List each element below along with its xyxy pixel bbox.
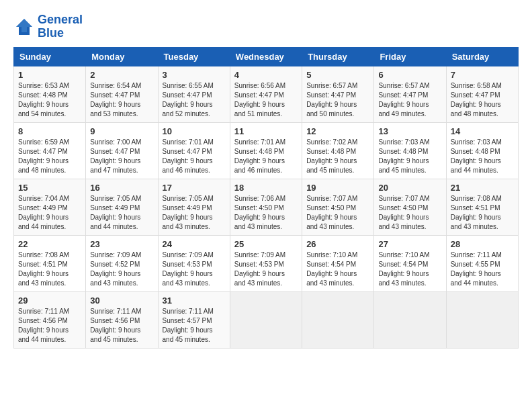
- calendar-cell: 11 Sunrise: 7:01 AM Sunset: 4:48 PM Dayl…: [230, 122, 302, 179]
- day-number: 25: [234, 239, 298, 249]
- sunset-label: Sunset: 4:47 PM: [451, 91, 500, 99]
- day-number: 28: [451, 239, 514, 249]
- sunrise-label: Sunrise: 7:09 AM: [163, 251, 214, 259]
- calendar-cell: 27 Sunrise: 7:10 AM Sunset: 4:54 PM Dayl…: [374, 235, 446, 291]
- day-info: Sunrise: 6:57 AM Sunset: 4:47 PM Dayligh…: [378, 81, 441, 119]
- sunrise-label: Sunrise: 7:06 AM: [234, 195, 285, 202]
- calendar-cell: 5 Sunrise: 6:57 AM Sunset: 4:47 PM Dayli…: [302, 66, 374, 122]
- sunrise-label: Sunrise: 7:02 AM: [306, 138, 357, 146]
- daylight-label: Daylight: 9 hours and 50 minutes.: [306, 101, 357, 118]
- sunrise-label: Sunrise: 7:04 AM: [18, 195, 69, 202]
- sunset-label: Sunset: 4:47 PM: [234, 91, 284, 99]
- calendar-cell: 14 Sunrise: 7:03 AM Sunset: 4:48 PM Dayl…: [446, 122, 518, 179]
- day-info: Sunrise: 7:10 AM Sunset: 4:54 PM Dayligh…: [378, 250, 441, 288]
- sunset-label: Sunset: 4:48 PM: [378, 148, 428, 155]
- day-info: Sunrise: 7:09 AM Sunset: 4:52 PM Dayligh…: [90, 250, 153, 288]
- sunrise-label: Sunrise: 6:57 AM: [306, 82, 357, 89]
- day-info: Sunrise: 6:55 AM Sunset: 4:47 PM Dayligh…: [163, 81, 226, 119]
- daylight-label: Daylight: 9 hours and 43 minutes.: [306, 214, 357, 230]
- daylight-label: Daylight: 9 hours and 49 minutes.: [378, 101, 429, 118]
- sunset-label: Sunset: 4:54 PM: [378, 261, 428, 268]
- day-info: Sunrise: 6:53 AM Sunset: 4:48 PM Dayligh…: [18, 81, 81, 119]
- daylight-label: Daylight: 9 hours and 47 minutes.: [90, 157, 140, 174]
- day-info: Sunrise: 7:11 AM Sunset: 4:57 PM Dayligh…: [163, 307, 226, 345]
- daylight-label: Daylight: 9 hours and 43 minutes.: [306, 270, 357, 287]
- sunrise-label: Sunrise: 7:03 AM: [378, 138, 429, 146]
- sunset-label: Sunset: 4:50 PM: [234, 204, 284, 212]
- calendar-cell: 10 Sunrise: 7:01 AM Sunset: 4:47 PM Dayl…: [158, 122, 230, 179]
- calendar-cell: 15 Sunrise: 7:04 AM Sunset: 4:49 PM Dayl…: [14, 179, 86, 235]
- day-number: 3: [163, 70, 226, 80]
- calendar-cell: 12 Sunrise: 7:02 AM Sunset: 4:48 PM Dayl…: [302, 122, 374, 179]
- sunset-label: Sunset: 4:47 PM: [90, 91, 140, 99]
- calendar-week-row: 15 Sunrise: 7:04 AM Sunset: 4:49 PM Dayl…: [14, 179, 519, 235]
- day-info: Sunrise: 7:09 AM Sunset: 4:53 PM Dayligh…: [234, 250, 298, 288]
- daylight-label: Daylight: 9 hours and 43 minutes.: [451, 214, 501, 230]
- day-number: 2: [90, 70, 153, 80]
- sunset-label: Sunset: 4:51 PM: [18, 261, 68, 268]
- day-number: 31: [163, 295, 226, 306]
- calendar-cell: [230, 291, 302, 348]
- sunrise-label: Sunrise: 6:59 AM: [18, 138, 69, 146]
- day-number: 11: [234, 126, 298, 136]
- day-number: 7: [451, 70, 514, 80]
- sunset-label: Sunset: 4:52 PM: [90, 261, 140, 268]
- sunset-label: Sunset: 4:47 PM: [90, 148, 140, 155]
- calendar-cell: 9 Sunrise: 7:00 AM Sunset: 4:47 PM Dayli…: [86, 122, 158, 179]
- logo: General Blue: [13, 13, 83, 40]
- sunset-label: Sunset: 4:50 PM: [378, 204, 428, 212]
- day-number: 19: [306, 183, 369, 193]
- daylight-label: Daylight: 9 hours and 52 minutes.: [163, 101, 213, 118]
- day-number: 1: [18, 70, 81, 80]
- sunrise-label: Sunrise: 6:57 AM: [378, 82, 429, 89]
- calendar-table: SundayMondayTuesdayWednesdayThursdayFrid…: [13, 47, 519, 349]
- day-number: 13: [378, 126, 441, 136]
- daylight-label: Daylight: 9 hours and 43 minutes.: [90, 270, 140, 287]
- sunrise-label: Sunrise: 7:10 AM: [306, 251, 357, 259]
- sunrise-label: Sunrise: 6:58 AM: [451, 82, 502, 89]
- daylight-label: Daylight: 9 hours and 46 minutes.: [234, 157, 285, 174]
- logo-icon: [13, 16, 35, 38]
- sunset-label: Sunset: 4:57 PM: [163, 317, 212, 324]
- calendar-week-row: 1 Sunrise: 6:53 AM Sunset: 4:48 PM Dayli…: [14, 66, 519, 122]
- daylight-label: Daylight: 9 hours and 48 minutes.: [451, 101, 501, 118]
- day-number: 20: [378, 183, 441, 193]
- day-number: 23: [90, 239, 153, 249]
- weekday-header-thursday: Thursday: [302, 47, 374, 66]
- day-number: 30: [90, 295, 153, 306]
- day-info: Sunrise: 7:02 AM Sunset: 4:48 PM Dayligh…: [306, 138, 369, 175]
- daylight-label: Daylight: 9 hours and 44 minutes.: [18, 326, 69, 343]
- daylight-label: Daylight: 9 hours and 43 minutes.: [163, 270, 213, 287]
- calendar-cell: 1 Sunrise: 6:53 AM Sunset: 4:48 PM Dayli…: [14, 66, 86, 122]
- daylight-label: Daylight: 9 hours and 43 minutes.: [163, 214, 213, 230]
- daylight-label: Daylight: 9 hours and 45 minutes.: [90, 326, 140, 343]
- day-number: 24: [163, 239, 226, 249]
- day-number: 29: [18, 295, 81, 306]
- calendar-cell: 13 Sunrise: 7:03 AM Sunset: 4:48 PM Dayl…: [374, 122, 446, 179]
- daylight-label: Daylight: 9 hours and 44 minutes.: [451, 157, 501, 174]
- sunset-label: Sunset: 4:53 PM: [163, 261, 212, 268]
- calendar-cell: 7 Sunrise: 6:58 AM Sunset: 4:47 PM Dayli…: [446, 66, 518, 122]
- calendar-cell: 24 Sunrise: 7:09 AM Sunset: 4:53 PM Dayl…: [158, 235, 230, 291]
- day-number: 6: [378, 70, 441, 80]
- daylight-label: Daylight: 9 hours and 53 minutes.: [90, 101, 140, 118]
- sunset-label: Sunset: 4:50 PM: [306, 204, 356, 212]
- sunset-label: Sunset: 4:53 PM: [234, 261, 284, 268]
- sunrise-label: Sunrise: 7:11 AM: [163, 308, 214, 315]
- calendar-cell: 17 Sunrise: 7:05 AM Sunset: 4:49 PM Dayl…: [158, 179, 230, 235]
- day-info: Sunrise: 7:11 AM Sunset: 4:56 PM Dayligh…: [18, 307, 81, 345]
- calendar-cell: 25 Sunrise: 7:09 AM Sunset: 4:53 PM Dayl…: [230, 235, 302, 291]
- day-info: Sunrise: 7:06 AM Sunset: 4:50 PM Dayligh…: [234, 194, 298, 232]
- day-info: Sunrise: 7:07 AM Sunset: 4:50 PM Dayligh…: [378, 194, 441, 232]
- sunset-label: Sunset: 4:48 PM: [234, 148, 284, 155]
- day-info: Sunrise: 6:57 AM Sunset: 4:47 PM Dayligh…: [306, 81, 369, 119]
- day-info: Sunrise: 7:08 AM Sunset: 4:51 PM Dayligh…: [451, 194, 514, 232]
- daylight-label: Daylight: 9 hours and 44 minutes.: [451, 270, 501, 287]
- sunrise-label: Sunrise: 7:00 AM: [90, 138, 141, 146]
- daylight-label: Daylight: 9 hours and 43 minutes.: [234, 214, 285, 230]
- daylight-label: Daylight: 9 hours and 44 minutes.: [90, 214, 140, 230]
- day-number: 12: [306, 126, 369, 136]
- weekday-header-monday: Monday: [86, 47, 158, 66]
- svg-marker-1: [16, 19, 32, 32]
- day-number: 21: [451, 183, 514, 193]
